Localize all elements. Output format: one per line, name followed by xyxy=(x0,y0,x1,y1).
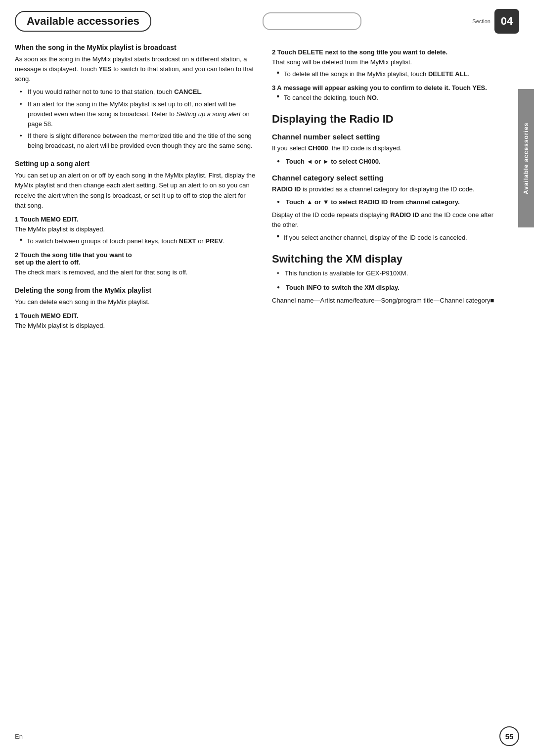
circle-bullet-item: Touch ▲ or ▼ to select RADIO ID from cha… xyxy=(277,197,497,207)
section3-step2-bullets: To delete all the songs in the MyMix pla… xyxy=(272,69,497,79)
page-wrapper: Available accessories Section 04 Availab… xyxy=(0,0,534,756)
section3-step3-heading: 3 A message will appear asking you to co… xyxy=(272,84,497,91)
section4-subsection1-intro: If you select CH000, the ID code is disp… xyxy=(272,143,497,153)
section1-intro: As soon as the song in the MyMix playlis… xyxy=(15,54,257,84)
header-center xyxy=(151,12,472,30)
section2-step1-bullets: To switch between groups of touch panel … xyxy=(15,236,257,246)
section4-subsection2-detail-bullets: If you select another channel, display o… xyxy=(272,233,497,243)
section-label: Section xyxy=(472,18,490,24)
header-tab-box xyxy=(263,12,361,30)
right-column: 2 Touch DELETE next to the song title yo… xyxy=(272,44,514,333)
section4-title: Displaying the Radio ID xyxy=(272,113,497,126)
section3-step3-bullets: To cancel the deleting, touch NO. xyxy=(272,93,497,103)
small-bullet-item: To cancel the deleting, touch NO. xyxy=(277,93,497,103)
section2-heading: Setting up a song alert xyxy=(15,160,257,168)
section5-detail: Channel name—Artist name/feature—Song/pr… xyxy=(272,296,497,306)
section1-bullets: If you would rather not to tune to that … xyxy=(15,87,257,151)
section4-subsection1-heading: Channel number select setting xyxy=(272,133,497,141)
section-number: 04 xyxy=(494,9,519,34)
section3-step1-heading: 1 Touch MEMO EDIT. xyxy=(15,312,257,319)
section2-step2-heading: 2 Touch the song title that you want tos… xyxy=(15,251,257,266)
section5-bullets: This function is available for GEX-P910X… xyxy=(272,268,497,278)
circle-bullet-item: Touch INFO to switch the XM display. xyxy=(277,283,497,293)
bullet-item: If an alert for the song in the MyMix pl… xyxy=(20,99,257,129)
circle-bullet-item: Touch ◄ or ► to select CH000. xyxy=(277,157,497,167)
section3-step2-heading: 2 Touch DELETE next to the song title yo… xyxy=(272,48,497,56)
bullet-item: This function is available for GEX-P910X… xyxy=(277,268,497,278)
section4-subsection2-heading: Channel category select setting xyxy=(272,174,497,182)
section4-subsection2-bullets: Touch ▲ or ▼ to select RADIO ID from cha… xyxy=(272,197,497,207)
section3-intro: You can delete each song in the MyMix pl… xyxy=(15,297,257,307)
left-column: When the song in the MyMix playlist is b… xyxy=(15,44,257,333)
bullet-item: If you would rather not to tune to that … xyxy=(20,87,257,97)
section4-subsection1-bullets: Touch ◄ or ► to select CH000. xyxy=(272,157,497,167)
section3-step1-text: The MyMix playlist is displayed. xyxy=(15,321,257,331)
section2-step1-heading: 1 Touch MEMO EDIT. xyxy=(15,216,257,223)
vertical-tab-label: Available accessories xyxy=(518,89,534,227)
bullet-item: If there is slight difference between th… xyxy=(20,131,257,151)
section1-heading: When the song in the MyMix playlist is b… xyxy=(15,44,257,51)
section4-subsection2-intro: RADIO ID is provided as a channel catego… xyxy=(272,184,497,194)
section5-title: Switching the XM display xyxy=(272,253,497,266)
page-footer: En 55 xyxy=(0,726,534,746)
section2-step2-text: The check mark is removed, and the alert… xyxy=(15,267,257,277)
footer-lang: En xyxy=(15,733,23,740)
section2-step1-text: The MyMix playlist is displayed. xyxy=(15,224,257,234)
footer-page-number: 55 xyxy=(499,726,519,746)
section3-heading: Deleting the song from the MyMix playlis… xyxy=(15,286,257,294)
small-bullet-item: To delete all the songs in the MyMix pla… xyxy=(277,69,497,79)
section4-subsection2-detail1: Display of the ID code repeats displayin… xyxy=(272,210,497,230)
section5-circle-bullets: Touch INFO to switch the XM display. xyxy=(272,283,497,293)
small-bullet-item: If you select another channel, display o… xyxy=(277,233,497,243)
header-section-box: Section 04 xyxy=(472,9,519,34)
section2-intro: You can set up an alert on or off by eac… xyxy=(15,171,257,211)
small-bullet-item: To switch between groups of touch panel … xyxy=(20,236,257,246)
page-header: Available accessories Section 04 xyxy=(0,0,534,39)
section3-step2-text: That song will be deleted from the MyMix… xyxy=(272,57,497,67)
main-content: When the song in the MyMix playlist is b… xyxy=(0,39,534,343)
header-title: Available accessories xyxy=(15,11,151,32)
